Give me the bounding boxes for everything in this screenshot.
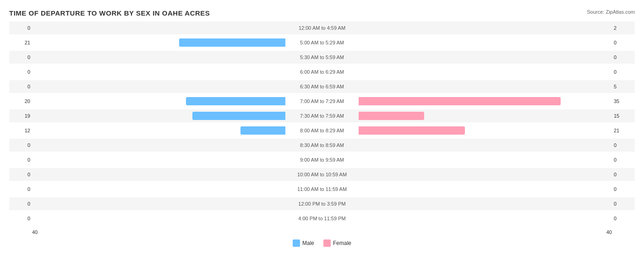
- legend-male: Male: [293, 239, 314, 247]
- legend-female: Female: [323, 239, 351, 247]
- bar-section: 10:00 AM to 10:59 AM: [32, 168, 612, 181]
- female-value: 0: [612, 54, 635, 60]
- male-value: 12: [9, 128, 32, 133]
- male-value: 20: [9, 98, 32, 104]
- time-label: 5:00 AM to 5:29 AM: [300, 40, 344, 45]
- table-row: 04:00 PM to 11:59 PM0: [9, 212, 635, 225]
- female-value: 0: [612, 186, 635, 192]
- bar-section: 8:30 AM to 8:59 AM: [32, 139, 612, 152]
- bar-section: 5:00 AM to 5:29 AM: [32, 36, 612, 49]
- time-label: 11:00 AM to 11:59 AM: [297, 186, 347, 192]
- table-row: 012:00 AM to 4:59 AM2: [9, 22, 635, 34]
- male-bar: [240, 126, 286, 135]
- time-label: 9:00 AM to 9:59 AM: [300, 157, 344, 163]
- table-row: 207:00 AM to 7:29 AM35: [9, 95, 635, 108]
- bar-section: 7:30 AM to 7:59 AM: [32, 109, 612, 122]
- male-bar: [192, 112, 285, 120]
- bar-section: 6:00 AM to 6:29 AM: [32, 65, 612, 78]
- time-label: 12:00 AM to 4:59 AM: [299, 25, 345, 31]
- table-row: 197:30 AM to 7:59 AM15: [9, 109, 635, 122]
- female-value: 0: [612, 216, 635, 221]
- legend: Male Female: [9, 239, 635, 247]
- time-label: 7:00 AM to 7:29 AM: [300, 98, 344, 104]
- time-label: 6:00 AM to 6:29 AM: [300, 69, 344, 75]
- male-value: 0: [9, 201, 32, 207]
- female-value: 0: [612, 40, 635, 45]
- time-label: 8:30 AM to 8:59 AM: [300, 142, 344, 148]
- table-row: 06:30 AM to 6:59 AM5: [9, 80, 635, 93]
- bar-section: 7:00 AM to 7:29 AM: [32, 95, 612, 108]
- bar-section: 12:00 PM to 3:59 PM: [32, 197, 612, 210]
- male-value: 21: [9, 40, 32, 45]
- male-value: 0: [9, 172, 32, 177]
- time-label: 8:00 AM to 8:29 AM: [300, 128, 344, 133]
- rows-container: 012:00 AM to 4:59 AM2215:00 AM to 5:29 A…: [9, 21, 635, 226]
- x-axis-right: 40: [606, 229, 612, 235]
- chart-title: TIME OF DEPARTURE TO WORK BY SEX IN OAHE…: [9, 9, 635, 17]
- male-value: 0: [9, 186, 32, 192]
- male-bar: [179, 38, 285, 47]
- legend-male-label: Male: [302, 240, 314, 246]
- chart-container: TIME OF DEPARTURE TO WORK BY SEX IN OAHE…: [0, 0, 644, 272]
- bar-section: 11:00 AM to 11:59 AM: [32, 183, 612, 196]
- male-value: 0: [9, 54, 32, 60]
- bar-section: 4:00 PM to 11:59 PM: [32, 212, 612, 225]
- legend-female-box: [323, 239, 331, 247]
- time-label: 12:00 PM to 3:59 PM: [298, 201, 345, 207]
- time-label: 4:00 PM to 11:59 PM: [298, 216, 345, 221]
- x-axis-labels: 40 40: [32, 229, 612, 235]
- female-value: 15: [612, 113, 635, 119]
- table-row: 215:00 AM to 5:29 AM0: [9, 36, 635, 49]
- bar-section: 5:30 AM to 5:59 AM: [32, 51, 612, 64]
- chart-area: 012:00 AM to 4:59 AM2215:00 AM to 5:29 A…: [9, 21, 635, 247]
- table-row: 09:00 AM to 9:59 AM0: [9, 153, 635, 166]
- male-value: 0: [9, 84, 32, 89]
- male-value: 0: [9, 157, 32, 163]
- male-value: 0: [9, 69, 32, 75]
- female-value: 0: [612, 69, 635, 75]
- female-bar: [359, 97, 561, 105]
- time-label: 6:30 AM to 6:59 AM: [300, 84, 344, 89]
- bar-section: 6:30 AM to 6:59 AM: [32, 80, 612, 93]
- female-value: 0: [612, 201, 635, 207]
- male-value: 0: [9, 142, 32, 148]
- bar-section: 12:00 AM to 4:59 AM: [32, 22, 612, 34]
- female-value: 0: [612, 142, 635, 148]
- table-row: 08:30 AM to 8:59 AM0: [9, 139, 635, 152]
- table-row: 010:00 AM to 10:59 AM0: [9, 168, 635, 181]
- x-axis-left: 40: [32, 229, 38, 235]
- female-value: 2: [612, 25, 635, 31]
- table-row: 128:00 AM to 8:29 AM21: [9, 124, 635, 137]
- bar-section: 8:00 AM to 8:29 AM: [32, 124, 612, 137]
- female-value: 35: [612, 98, 635, 104]
- time-label: 5:30 AM to 5:59 AM: [300, 54, 344, 60]
- table-row: 012:00 PM to 3:59 PM0: [9, 197, 635, 210]
- female-bar: [359, 112, 424, 120]
- male-value: 19: [9, 113, 32, 119]
- male-bar: [186, 97, 286, 105]
- source-label: Source: ZipAtlas.com: [587, 9, 635, 15]
- table-row: 05:30 AM to 5:59 AM0: [9, 51, 635, 64]
- female-bar-wrap: [322, 97, 561, 105]
- legend-female-label: Female: [333, 240, 351, 246]
- female-value: 21: [612, 128, 635, 133]
- male-value: 0: [9, 25, 32, 31]
- male-value: 0: [9, 216, 32, 221]
- female-value: 5: [612, 84, 635, 89]
- female-value: 0: [612, 172, 635, 177]
- table-row: 011:00 AM to 11:59 AM0: [9, 183, 635, 196]
- time-label: 7:30 AM to 7:59 AM: [300, 113, 344, 119]
- bar-section: 9:00 AM to 9:59 AM: [32, 153, 612, 166]
- table-row: 06:00 AM to 6:29 AM0: [9, 65, 635, 78]
- female-value: 0: [612, 157, 635, 163]
- female-bar: [359, 126, 465, 135]
- time-label: 10:00 AM to 10:59 AM: [297, 172, 347, 177]
- legend-male-box: [293, 239, 300, 247]
- x-axis: 40 40: [9, 228, 635, 237]
